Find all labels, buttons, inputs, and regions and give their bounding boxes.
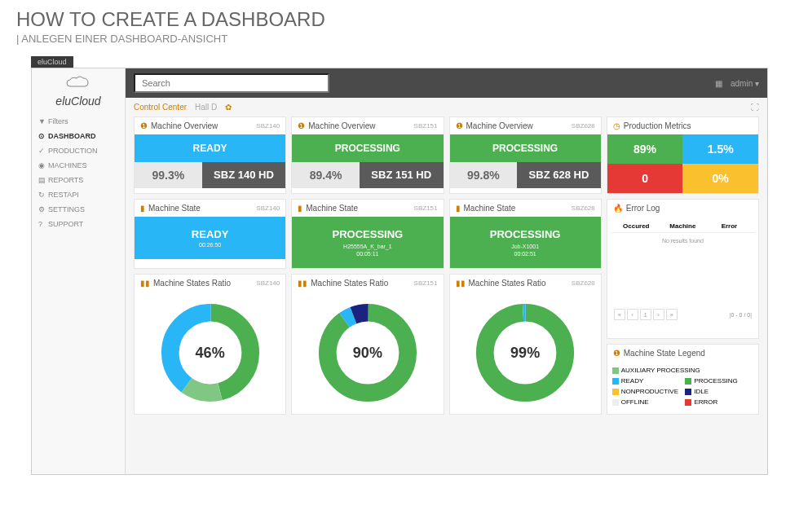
reports-icon: ▤	[38, 176, 45, 184]
card-error-log: 🔥Error Log Occured Machine Error No resu…	[607, 199, 759, 339]
production-icon: ✓	[38, 147, 45, 155]
info-icon: ❶	[613, 349, 620, 358]
donut-center: 46%	[196, 345, 225, 362]
pager: « ‹ 1 › » |0 - 0 / 0|	[611, 306, 755, 323]
info-icon: ❶	[456, 121, 463, 130]
status-banner: READY	[135, 134, 285, 162]
state-body: PROCESSING H25555A_K_bar_1 00:05:11	[292, 217, 443, 268]
errorlog-header: Occured Machine Error	[611, 220, 755, 233]
topbar: ▦ admin ▾	[126, 68, 767, 98]
dashboard-icon: ⊙	[38, 132, 45, 140]
page-subtitle: | ANLEGEN EINER DASHBOARD-ANSICHT	[16, 33, 783, 45]
metric-4: 0%	[682, 164, 758, 193]
legend-proc: PROCESSING	[685, 377, 753, 385]
sidebar-item-support[interactable]: ?SUPPORT	[32, 217, 125, 231]
chart-icon: ▮▮	[140, 279, 150, 288]
dashboard-grid: ❶Machine OverviewSBZ140 READY 99.3%SBZ 1…	[126, 117, 767, 423]
state-icon: ▮	[456, 204, 461, 213]
page-header: HOW TO CREATE A DASHBOARD | ANLEGEN EINE…	[0, 0, 799, 53]
sidebar-item-filters[interactable]: ▼Filters	[32, 114, 125, 129]
donut-chart-2: 90%	[292, 292, 443, 414]
donut-center: 99%	[510, 345, 540, 362]
pager-prev[interactable]: ‹	[627, 309, 638, 320]
pager-info: |0 - 0 / 0|	[730, 312, 752, 318]
overview-name: SBZ 151 HD	[360, 162, 444, 188]
card-ratio-2: ▮▮Machine States RatioSBZ151 90%	[291, 274, 444, 415]
legend-aux: AUXILIARY PROCESSING	[612, 367, 753, 374]
overview-name: SBZ 140 HD	[202, 162, 286, 188]
sidebar-item-dashboard[interactable]: ⊙DASHBOARD	[32, 129, 125, 143]
card-overview-3: ❶Machine OverviewSBZ628 PROCESSING 99.8%…	[449, 117, 602, 194]
metric-3: 0	[607, 164, 683, 193]
topbar-right: ▦ admin ▾	[715, 79, 759, 88]
overview-pct: 99.8%	[450, 162, 518, 188]
tab-hall-d[interactable]: Hall D	[195, 103, 217, 112]
status-banner: PROCESSING	[292, 134, 443, 162]
card-legend: ❶Machine State Legend AUXILIARY PROCESSI…	[607, 344, 759, 415]
tabs-row: Control Center Hall D ✿ ⛶	[126, 98, 767, 117]
card-state-2: ▮Machine StateSBZ151 PROCESSING H25555A_…	[291, 199, 444, 269]
cloud-icon	[62, 75, 95, 95]
legend-error: ERROR	[685, 398, 753, 406]
settings-icon: ⚙	[38, 205, 45, 213]
metric-1: 89%	[607, 134, 683, 164]
card-state-3: ▮Machine StateSBZ628 PROCESSING Job-X100…	[449, 199, 602, 269]
legend-nonprod: NONPRODUCTIVE	[612, 388, 681, 395]
search-input[interactable]	[134, 73, 329, 93]
legend-ready: READY	[612, 377, 681, 385]
card-state-1: ▮Machine StateSBZ140 READY 00:26:50	[134, 199, 286, 269]
state-icon: ▮	[140, 204, 145, 213]
donut-chart-1: 46%	[135, 292, 285, 414]
pager-next[interactable]: ›	[653, 309, 664, 320]
machines-icon: ◉	[38, 161, 45, 169]
restapi-icon: ↻	[38, 191, 45, 199]
grid-icon[interactable]: ▦	[715, 79, 722, 88]
filter-icon: ▼	[38, 117, 45, 125]
donut-chart-3: 99%	[450, 292, 601, 414]
chart-icon: ▮▮	[298, 279, 307, 288]
legend-idle: IDLE	[685, 388, 753, 395]
sidebar-item-restapi[interactable]: ↻RESTAPI	[32, 187, 125, 202]
pager-last[interactable]: »	[666, 309, 678, 320]
legend-offline: OFFLINE	[612, 398, 681, 406]
sidebar-item-settings[interactable]: ⚙SETTINGS	[32, 202, 125, 217]
sidebar-item-production[interactable]: ✓PRODUCTION	[32, 143, 125, 158]
logo: eluCloud	[32, 68, 125, 114]
info-icon: ❶	[298, 121, 305, 130]
card-ratio-3: ▮▮Machine States RatioSBZ628 99%	[449, 274, 602, 415]
pager-first[interactable]: «	[614, 309, 625, 320]
sidebar-item-reports[interactable]: ▤REPORTS	[32, 173, 125, 187]
sidebar-item-machines[interactable]: ◉MACHINES	[32, 158, 125, 173]
fire-icon: 🔥	[613, 204, 623, 213]
state-body: PROCESSING Job-X1001 00:02:51	[450, 217, 601, 268]
card-overview-2: ❶Machine OverviewSBZ151 PROCESSING 89.4%…	[291, 117, 444, 194]
support-icon: ?	[38, 220, 45, 228]
page-title: HOW TO CREATE A DASHBOARD	[16, 8, 783, 31]
overview-pct: 99.3%	[135, 162, 202, 188]
app-frame: eluCloud ▼Filters ⊙DASHBOARD ✓PRODUCTION…	[31, 68, 768, 475]
pager-page[interactable]: 1	[640, 309, 651, 320]
overview-pct: 89.4%	[292, 162, 360, 188]
user-menu[interactable]: admin ▾	[731, 79, 759, 88]
metric-2: 1.5%	[682, 134, 758, 164]
state-body: READY 00:26:50	[135, 217, 285, 259]
card-overview-1: ❶Machine OverviewSBZ140 READY 99.3%SBZ 1…	[134, 117, 286, 194]
main-panel: ▦ admin ▾ Control Center Hall D ✿ ⛶ ❶Mac…	[126, 68, 767, 474]
browser-tab[interactable]: eluCloud	[31, 56, 73, 68]
logo-text: eluCloud	[38, 95, 118, 108]
expand-icon[interactable]: ⛶	[751, 103, 759, 112]
status-banner: PROCESSING	[450, 134, 601, 162]
clock-icon: ◷	[613, 121, 620, 130]
state-icon: ▮	[298, 204, 302, 213]
donut-center: 90%	[353, 345, 382, 362]
errorlog-empty: No results found	[611, 233, 755, 248]
gear-icon[interactable]: ✿	[225, 103, 232, 112]
chart-icon: ▮▮	[456, 279, 466, 288]
info-icon: ❶	[140, 121, 148, 130]
overview-name: SBZ 628 HD	[517, 162, 601, 188]
card-production-metrics: ◷Production Metrics 89% 1.5% 0 0%	[607, 117, 759, 194]
sidebar: eluCloud ▼Filters ⊙DASHBOARD ✓PRODUCTION…	[32, 68, 126, 474]
tab-control-center[interactable]: Control Center	[134, 103, 187, 112]
card-ratio-1: ▮▮Machine States RatioSBZ140 46%	[134, 274, 286, 415]
